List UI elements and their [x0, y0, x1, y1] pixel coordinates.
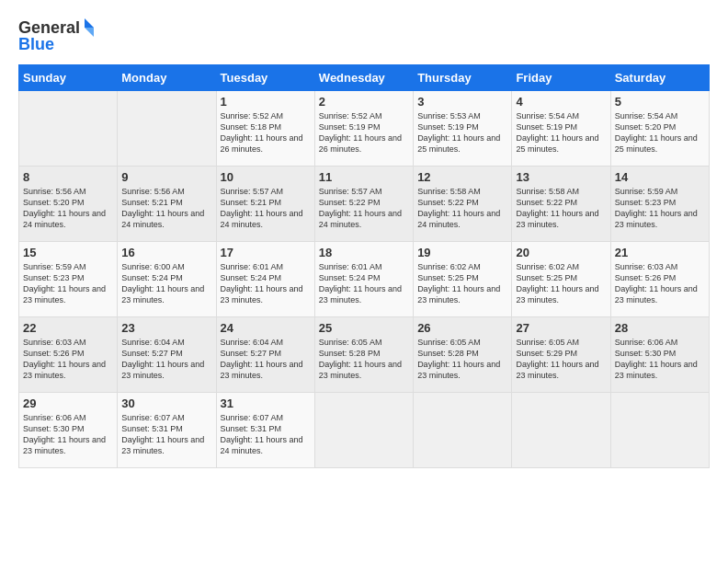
day-number: 14	[615, 170, 705, 184]
header-day: Tuesday	[216, 65, 314, 91]
calendar-cell: 17Sunrise: 6:01 AMSunset: 5:24 PMDayligh…	[216, 242, 314, 317]
cell-info: Sunrise: 6:05 AMSunset: 5:29 PMDaylight:…	[516, 337, 606, 382]
calendar-page: General Blue SundayMondayTuesdayWednesda…	[0, 0, 728, 563]
calendar-cell: 19Sunrise: 6:02 AMSunset: 5:25 PMDayligh…	[414, 242, 512, 317]
calendar-cell: 21Sunrise: 6:03 AMSunset: 5:26 PMDayligh…	[610, 242, 709, 317]
day-number: 1	[221, 95, 311, 109]
calendar-cell: 29Sunrise: 6:06 AMSunset: 5:30 PMDayligh…	[19, 393, 118, 468]
day-number: 31	[221, 396, 311, 410]
day-number: 20	[516, 246, 606, 259]
calendar-cell: 11Sunrise: 5:57 AMSunset: 5:22 PMDayligh…	[314, 167, 413, 242]
day-number: 13	[516, 170, 606, 184]
cell-info: Sunrise: 6:02 AMSunset: 5:25 PMDaylight:…	[417, 261, 507, 306]
calendar-cell: 27Sunrise: 6:05 AMSunset: 5:29 PMDayligh…	[512, 317, 610, 393]
day-number: 11	[319, 170, 409, 184]
day-number: 15	[23, 246, 113, 259]
calendar-cell	[19, 91, 118, 167]
svg-text:General: General	[18, 18, 80, 37]
header-day: Thursday	[414, 65, 512, 91]
day-number: 5	[615, 95, 705, 109]
day-number: 29	[23, 396, 113, 410]
svg-text:Blue: Blue	[18, 35, 54, 53]
day-number: 19	[417, 246, 507, 259]
cell-info: Sunrise: 6:02 AMSunset: 5:25 PMDaylight:…	[516, 261, 606, 306]
day-number: 9	[121, 170, 211, 184]
calendar-cell: 5Sunrise: 5:54 AMSunset: 5:20 PMDaylight…	[610, 91, 709, 167]
header-day: Wednesday	[314, 65, 413, 91]
svg-marker-2	[85, 18, 94, 28]
header: General Blue	[18, 15, 710, 53]
calendar-cell	[314, 393, 413, 468]
calendar-week-row: 15Sunrise: 5:59 AMSunset: 5:23 PMDayligh…	[19, 242, 710, 317]
day-number: 2	[319, 95, 409, 109]
header-day: Saturday	[610, 65, 709, 91]
cell-info: Sunrise: 5:52 AMSunset: 5:18 PMDaylight:…	[221, 110, 311, 155]
cell-info: Sunrise: 5:59 AMSunset: 5:23 PMDaylight:…	[615, 186, 705, 231]
calendar-cell: 30Sunrise: 6:07 AMSunset: 5:31 PMDayligh…	[118, 393, 216, 468]
calendar-cell: 22Sunrise: 6:03 AMSunset: 5:26 PMDayligh…	[19, 317, 118, 393]
cell-info: Sunrise: 5:56 AMSunset: 5:21 PMDaylight:…	[121, 186, 211, 231]
cell-info: Sunrise: 6:07 AMSunset: 5:31 PMDaylight:…	[121, 412, 211, 457]
cell-info: Sunrise: 5:52 AMSunset: 5:19 PMDaylight:…	[319, 110, 409, 155]
calendar-cell: 26Sunrise: 6:05 AMSunset: 5:28 PMDayligh…	[414, 317, 512, 393]
calendar-cell: 16Sunrise: 6:00 AMSunset: 5:24 PMDayligh…	[118, 242, 216, 317]
cell-info: Sunrise: 6:05 AMSunset: 5:28 PMDaylight:…	[319, 337, 409, 382]
calendar-cell: 13Sunrise: 5:58 AMSunset: 5:22 PMDayligh…	[512, 167, 610, 242]
svg-marker-3	[85, 28, 94, 37]
cell-info: Sunrise: 6:06 AMSunset: 5:30 PMDaylight:…	[23, 412, 113, 457]
day-number: 26	[417, 321, 507, 335]
day-number: 3	[417, 95, 507, 109]
cell-info: Sunrise: 5:53 AMSunset: 5:19 PMDaylight:…	[417, 110, 507, 155]
calendar-cell: 15Sunrise: 5:59 AMSunset: 5:23 PMDayligh…	[19, 242, 118, 317]
calendar-cell: 20Sunrise: 6:02 AMSunset: 5:25 PMDayligh…	[512, 242, 610, 317]
calendar-week-row: 8Sunrise: 5:56 AMSunset: 5:20 PMDaylight…	[19, 167, 710, 242]
day-number: 30	[121, 396, 211, 410]
header-day: Friday	[512, 65, 610, 91]
calendar-cell: 28Sunrise: 6:06 AMSunset: 5:30 PMDayligh…	[610, 317, 709, 393]
calendar-cell: 23Sunrise: 6:04 AMSunset: 5:27 PMDayligh…	[118, 317, 216, 393]
header-day: Monday	[118, 65, 216, 91]
cell-info: Sunrise: 5:57 AMSunset: 5:22 PMDaylight:…	[319, 186, 409, 231]
cell-info: Sunrise: 5:54 AMSunset: 5:20 PMDaylight:…	[615, 110, 705, 155]
calendar-cell	[512, 393, 610, 468]
calendar-cell: 31Sunrise: 6:07 AMSunset: 5:31 PMDayligh…	[216, 393, 314, 468]
cell-info: Sunrise: 6:04 AMSunset: 5:27 PMDaylight:…	[121, 337, 211, 382]
calendar-cell: 9Sunrise: 5:56 AMSunset: 5:21 PMDaylight…	[118, 167, 216, 242]
cell-info: Sunrise: 6:04 AMSunset: 5:27 PMDaylight:…	[221, 337, 311, 382]
day-number: 21	[615, 246, 705, 259]
cell-info: Sunrise: 6:03 AMSunset: 5:26 PMDaylight:…	[23, 337, 113, 382]
day-number: 16	[121, 246, 211, 259]
day-number: 22	[23, 321, 113, 335]
day-number: 27	[516, 321, 606, 335]
calendar-cell: 2Sunrise: 5:52 AMSunset: 5:19 PMDaylight…	[314, 91, 413, 167]
cell-info: Sunrise: 5:54 AMSunset: 5:19 PMDaylight:…	[516, 110, 606, 155]
day-number: 25	[319, 321, 409, 335]
calendar-cell: 14Sunrise: 5:59 AMSunset: 5:23 PMDayligh…	[610, 167, 709, 242]
calendar-week-row: 22Sunrise: 6:03 AMSunset: 5:26 PMDayligh…	[19, 317, 710, 393]
calendar-cell	[414, 393, 512, 468]
cell-info: Sunrise: 5:58 AMSunset: 5:22 PMDaylight:…	[417, 186, 507, 231]
cell-info: Sunrise: 6:00 AMSunset: 5:24 PMDaylight:…	[121, 261, 211, 306]
cell-info: Sunrise: 6:05 AMSunset: 5:28 PMDaylight:…	[417, 337, 507, 382]
day-number: 24	[221, 321, 311, 335]
calendar-cell: 24Sunrise: 6:04 AMSunset: 5:27 PMDayligh…	[216, 317, 314, 393]
calendar-header-row: SundayMondayTuesdayWednesdayThursdayFrid…	[19, 65, 710, 91]
day-number: 10	[221, 170, 311, 184]
calendar-cell: 8Sunrise: 5:56 AMSunset: 5:20 PMDaylight…	[19, 167, 118, 242]
day-number: 12	[417, 170, 507, 184]
calendar-cell: 18Sunrise: 6:01 AMSunset: 5:24 PMDayligh…	[314, 242, 413, 317]
cell-info: Sunrise: 5:57 AMSunset: 5:21 PMDaylight:…	[221, 186, 311, 231]
calendar-cell: 1Sunrise: 5:52 AMSunset: 5:18 PMDaylight…	[216, 91, 314, 167]
calendar-week-row: 1Sunrise: 5:52 AMSunset: 5:18 PMDaylight…	[19, 91, 710, 167]
cell-info: Sunrise: 5:59 AMSunset: 5:23 PMDaylight:…	[23, 261, 113, 306]
day-number: 17	[221, 246, 311, 259]
calendar-cell: 3Sunrise: 5:53 AMSunset: 5:19 PMDaylight…	[414, 91, 512, 167]
cell-info: Sunrise: 6:07 AMSunset: 5:31 PMDaylight:…	[221, 412, 311, 457]
calendar-week-row: 29Sunrise: 6:06 AMSunset: 5:30 PMDayligh…	[19, 393, 710, 468]
cell-info: Sunrise: 6:06 AMSunset: 5:30 PMDaylight:…	[615, 337, 705, 382]
calendar-cell: 10Sunrise: 5:57 AMSunset: 5:21 PMDayligh…	[216, 167, 314, 242]
day-number: 18	[319, 246, 409, 259]
calendar-cell: 25Sunrise: 6:05 AMSunset: 5:28 PMDayligh…	[314, 317, 413, 393]
cell-info: Sunrise: 6:01 AMSunset: 5:24 PMDaylight:…	[319, 261, 409, 306]
day-number: 28	[615, 321, 705, 335]
